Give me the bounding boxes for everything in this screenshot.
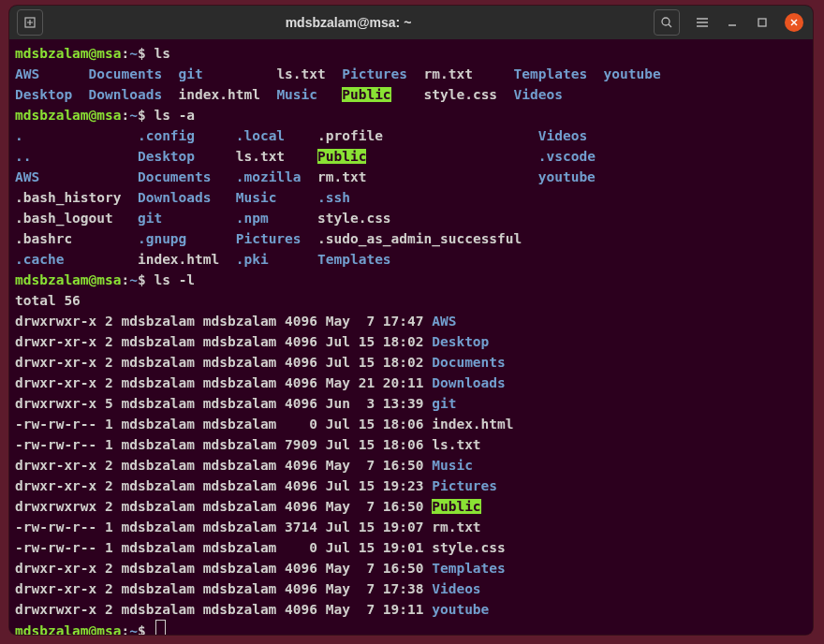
ls-entry: Documents (138, 169, 236, 184)
ls-entry: git (432, 396, 456, 411)
ls-long-row: -rw-rw-r-- 1 mdsbzalam mdsbzalam 0 Jul 1… (15, 417, 432, 432)
ls-entry: Desktop (432, 334, 489, 349)
menu-button[interactable] (695, 15, 710, 30)
ls-entry: Public (317, 149, 366, 164)
cursor (155, 620, 166, 635)
ls-entry: style.css (317, 211, 538, 226)
add-tab-icon (23, 16, 37, 29)
ls-long-row: -rw-rw-r-- 1 mdsbzalam mdsbzalam 7909 Ju… (15, 437, 432, 452)
ls-entry: youtube (538, 169, 604, 184)
command: ls (154, 46, 169, 61)
ls-entry: .config (138, 128, 236, 143)
ls-entry: git (179, 66, 277, 81)
ls-entry: Documents (432, 355, 506, 370)
svg-rect-9 (758, 19, 766, 26)
titlebar-controls (654, 9, 803, 36)
ls-entry: .cache (15, 252, 138, 267)
terminal-content[interactable]: mdsbzalam@msa:~$ ls AWS Documents git ls… (9, 39, 813, 635)
ls-entry: .sudo_as_admin_successful (317, 231, 538, 246)
ls-long-row: drwxrwxr-x 5 mdsbzalam mdsbzalam 4096 Ju… (15, 396, 432, 411)
ls-entry: Desktop (15, 87, 89, 102)
ls-entry: Videos (514, 87, 604, 102)
command: ls -l (154, 272, 195, 287)
ls-long-row: drwxrwxrwx 2 mdsbzalam mdsbzalam 4096 Ma… (15, 499, 432, 514)
ls-entry: .bash_history (15, 190, 138, 205)
search-icon (660, 16, 673, 29)
prompt-path: ~ (129, 272, 138, 287)
ls-entry: .pki (236, 252, 317, 267)
ls-entry: youtube (432, 602, 489, 617)
prompt-path: ~ (129, 108, 138, 123)
window-title: mdsbzalam@msa: ~ (43, 15, 654, 30)
prompt-user: mdsbzalam@msa (15, 272, 122, 287)
ls-entry: ls.txt (432, 437, 480, 452)
svg-point-3 (662, 18, 670, 25)
ls-entry: .mozilla (236, 169, 317, 184)
ls-entry: Videos (538, 128, 604, 143)
ls-entry: style.css (432, 540, 506, 555)
ls-entry: youtube (604, 66, 670, 81)
ls-entry: .. (15, 149, 138, 164)
ls-entry: Music (236, 190, 317, 205)
new-tab-button[interactable] (17, 9, 43, 36)
ls-entry: index.html (432, 417, 513, 432)
ls-entry: Desktop (138, 149, 236, 164)
ls-entry: AWS (15, 169, 138, 184)
maximize-icon (757, 17, 768, 28)
prompt-user: mdsbzalam@msa (15, 46, 122, 61)
ls-entry: AWS (432, 314, 456, 329)
ls-total: total 56 (15, 293, 81, 308)
ls-long-row: drwxr-xr-x 2 mdsbzalam mdsbzalam 4096 Ma… (15, 561, 432, 576)
search-button[interactable] (654, 9, 680, 36)
ls-long-row: drwxrwxr-x 2 mdsbzalam mdsbzalam 4096 Ma… (15, 314, 432, 329)
ls-entry: rm.txt (424, 66, 514, 81)
ls-entry: .bash_logout (15, 211, 138, 226)
ls-entry: .profile (317, 128, 538, 143)
ls-entry: Music (432, 458, 473, 473)
ls-entry: rm.txt (317, 169, 538, 184)
ls-entry: Public (342, 87, 390, 102)
ls-entry: Downloads (89, 87, 179, 102)
ls-entry: Templates (432, 561, 506, 576)
ls-entry: .local (236, 128, 317, 143)
command: ls -a (154, 108, 195, 123)
prompt-path: ~ (129, 623, 138, 635)
ls-long-row: -rw-rw-r-- 1 mdsbzalam mdsbzalam 3714 Ju… (15, 520, 432, 534)
ls-entry: Templates (317, 252, 538, 267)
ls-entry: .gnupg (138, 231, 236, 246)
ls-entry: Downloads (138, 190, 236, 205)
ls-entry: Videos (432, 581, 480, 596)
minimize-button[interactable] (725, 15, 740, 30)
ls-entry: . (15, 128, 138, 143)
ls-long-row: drwxr-xr-x 2 mdsbzalam mdsbzalam 4096 Ju… (15, 355, 432, 370)
svg-line-4 (669, 24, 671, 27)
ls-long-row: drwxr-xr-x 2 mdsbzalam mdsbzalam 4096 Ju… (15, 334, 432, 349)
ls-entry: Pictures (236, 231, 317, 246)
ls-long-row: drwxr-xr-x 2 mdsbzalam mdsbzalam 4096 Ma… (15, 581, 432, 596)
ls-entry: Pictures (432, 478, 497, 493)
ls-entry: .bashrc (15, 231, 138, 246)
ls-long-row: drwxrwxr-x 2 mdsbzalam mdsbzalam 4096 Ma… (15, 602, 432, 617)
ls-entry: git (138, 211, 236, 226)
ls-entry: Downloads (432, 375, 506, 390)
minimize-icon (727, 17, 738, 28)
ls-entry: Music (276, 87, 342, 102)
titlebar: mdsbzalam@msa: ~ (9, 6, 813, 39)
terminal-window: mdsbzalam@msa: ~ mdsbzalam@msa:~$ ls AWS… (9, 6, 813, 635)
ls-long-row: drwxr-xr-x 2 mdsbzalam mdsbzalam 4096 Ju… (15, 478, 432, 493)
ls-entry: .ssh (317, 190, 538, 205)
close-icon (789, 18, 799, 27)
ls-entry: .vscode (538, 149, 604, 164)
ls-long-row: drwxr-xr-x 2 mdsbzalam mdsbzalam 4096 Ma… (15, 375, 432, 390)
ls-entry: rm.txt (432, 520, 480, 534)
ls-entry: index.html (138, 252, 236, 267)
prompt-user: mdsbzalam@msa (15, 108, 122, 123)
close-button[interactable] (785, 13, 803, 32)
ls-entry: ls.txt (236, 149, 317, 164)
ls-entry: Public (432, 499, 480, 514)
ls-entry: ls.txt (276, 66, 342, 81)
maximize-button[interactable] (755, 15, 770, 30)
ls-entry: style.css (424, 87, 514, 102)
ls-entry: AWS (15, 66, 89, 81)
prompt-path: ~ (129, 46, 138, 61)
